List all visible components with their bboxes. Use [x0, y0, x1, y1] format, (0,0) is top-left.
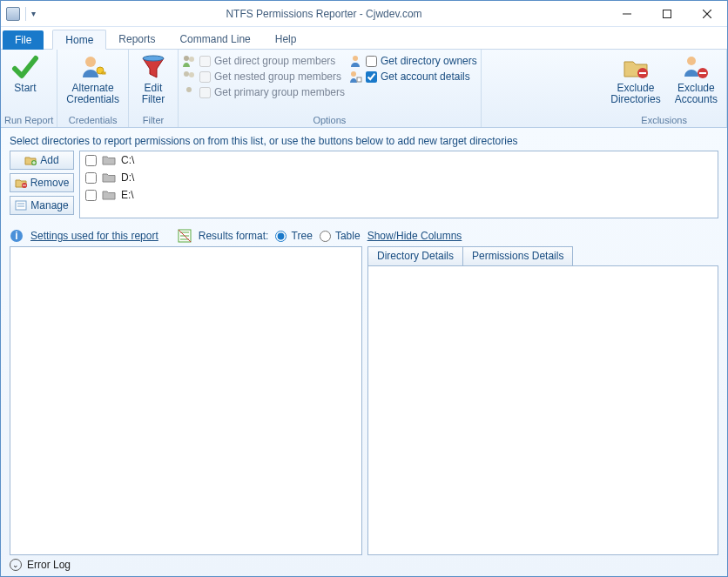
tree-panel[interactable]: [10, 246, 362, 555]
users-nested-icon: [182, 70, 196, 84]
directory-selection-area: Add Remove Manage C:\ D:\: [10, 151, 718, 218]
add-button[interactable]: Add: [10, 151, 74, 170]
drive-checkbox[interactable]: [85, 172, 97, 184]
svg-rect-23: [16, 201, 26, 210]
svg-rect-15: [357, 77, 361, 82]
tab-reports[interactable]: Reports: [106, 29, 167, 49]
settings-row: i Settings used for this report Results …: [10, 229, 718, 243]
exclude-directories-button[interactable]: Exclude Directories: [605, 51, 665, 107]
get-directory-owners[interactable]: Get directory owners: [348, 54, 477, 68]
results-panels: Directory Details Permissions Details: [10, 246, 718, 555]
svg-point-7: [143, 56, 164, 61]
svg-point-11: [189, 72, 194, 77]
title-bar: ▾ NTFS Permissions Reporter - Cjwdev.com: [1, 1, 727, 27]
error-log-toggle[interactable]: ⌄ Error Log: [10, 555, 718, 573]
close-button[interactable]: [687, 1, 727, 27]
group-exclusions: Exclude Directories Exclude Accounts Exc…: [602, 50, 727, 127]
remove-button[interactable]: Remove: [10, 173, 74, 192]
drive-label: D:\: [121, 171, 134, 184]
svg-point-9: [189, 57, 194, 62]
svg-text:i: i: [15, 230, 17, 242]
maximize-button[interactable]: [647, 1, 687, 27]
svg-rect-17: [639, 72, 646, 74]
results-format-label: Results format:: [199, 230, 269, 242]
tab-help[interactable]: Help: [263, 29, 309, 49]
svg-rect-1: [664, 10, 671, 17]
client-area: Select directories to report permissions…: [1, 128, 727, 576]
instruction-text: Select directories to report permissions…: [10, 135, 718, 147]
edit-filter-button[interactable]: Edit Filter: [132, 51, 174, 107]
quick-access-toolbar: ▾: [1, 7, 41, 21]
group-filter: Edit Filter Filter: [129, 50, 179, 127]
window-controls: [607, 1, 727, 27]
svg-point-14: [351, 71, 356, 77]
svg-point-13: [353, 56, 358, 61]
alternate-credentials-button[interactable]: Alternate Credentials: [61, 51, 125, 107]
folder-icon: [102, 189, 116, 201]
drive-checkbox[interactable]: [85, 155, 97, 166]
list-item[interactable]: C:\: [80, 151, 718, 169]
tab-permissions-details[interactable]: Permissions Details: [462, 246, 573, 265]
funnel-icon: [139, 53, 167, 81]
get-direct-group-members[interactable]: Get direct group members: [182, 54, 345, 68]
info-icon: i: [10, 229, 24, 243]
exclude-accounts-button[interactable]: Exclude Accounts: [670, 51, 723, 107]
minimize-button[interactable]: [607, 1, 647, 27]
separator: [25, 7, 26, 21]
show-hide-columns-link[interactable]: Show/Hide Columns: [367, 230, 462, 242]
drive-label: C:\: [121, 154, 134, 166]
results-format-table[interactable]: Table: [320, 230, 361, 242]
list-item[interactable]: E:\: [80, 186, 718, 204]
tab-directory-details[interactable]: Directory Details: [367, 246, 463, 265]
user-owner-icon: [348, 54, 362, 68]
folder-excluded-icon: [622, 53, 650, 81]
folder-icon: [102, 154, 116, 166]
folder-icon: [102, 171, 116, 184]
results-format-tree[interactable]: Tree: [275, 230, 312, 242]
checkmark-icon: [11, 53, 39, 81]
tab-home[interactable]: Home: [52, 30, 106, 50]
get-nested-group-members[interactable]: Get nested group members: [182, 70, 345, 84]
get-account-details[interactable]: Get account details: [348, 70, 477, 84]
users-primary-icon: [182, 85, 196, 99]
users-excluded-icon: [682, 53, 710, 81]
folder-add-icon: [24, 154, 37, 166]
list-icon: [15, 199, 27, 211]
user-details-icon: [348, 70, 362, 84]
start-button[interactable]: Start: [4, 51, 46, 96]
user-key-icon: [79, 53, 107, 81]
manage-button[interactable]: Manage: [10, 196, 74, 215]
svg-point-10: [184, 71, 189, 77]
svg-point-8: [184, 56, 189, 61]
details-panel: Directory Details Permissions Details: [367, 246, 718, 555]
qat-dropdown-icon[interactable]: ▾: [31, 9, 36, 18]
ribbon: Start Run Report Alternate Credentials C…: [1, 50, 727, 128]
group-run-report: Start Run Report: [1, 50, 57, 127]
get-primary-group-members[interactable]: Get primary group members: [182, 85, 345, 99]
svg-point-12: [186, 87, 192, 92]
svg-rect-6: [102, 72, 105, 74]
group-credentials: Alternate Credentials Credentials: [57, 50, 129, 127]
svg-rect-20: [699, 72, 706, 74]
users-icon: [182, 54, 196, 68]
folder-remove-icon: [15, 177, 27, 189]
list-item[interactable]: D:\: [80, 169, 718, 186]
window-title: NTFS Permissions Reporter - Cjwdev.com: [41, 8, 607, 20]
settings-used-link[interactable]: Settings used for this report: [30, 230, 158, 242]
tab-command-line[interactable]: Command Line: [167, 29, 262, 49]
svg-point-4: [85, 57, 96, 67]
details-body[interactable]: [367, 265, 718, 555]
drive-label: E:\: [121, 189, 134, 201]
app-icon: [6, 7, 20, 21]
results-format-icon: [178, 229, 192, 243]
svg-point-18: [687, 57, 696, 65]
group-options: Get direct group members Get nested grou…: [179, 50, 482, 127]
chevron-down-icon: ⌄: [10, 559, 22, 571]
drive-checkbox[interactable]: [85, 190, 97, 201]
tab-file[interactable]: File: [3, 30, 44, 50]
directory-list[interactable]: C:\ D:\ E:\: [79, 151, 718, 218]
ribbon-tab-strip: File Home Reports Command Line Help: [1, 27, 727, 50]
